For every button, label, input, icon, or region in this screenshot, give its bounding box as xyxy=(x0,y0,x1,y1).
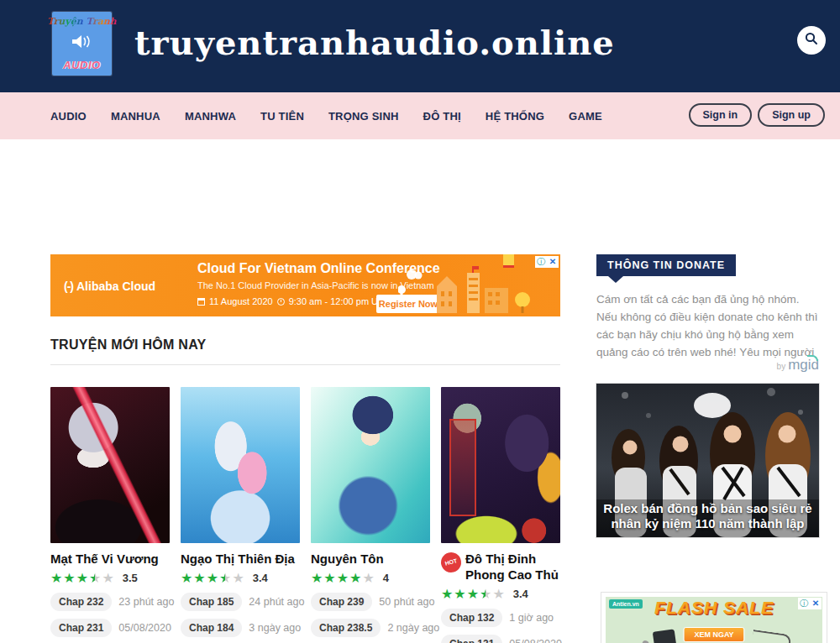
nav-item-do-thi[interactable]: ĐÔ THỊ xyxy=(423,110,461,123)
mgid-logo: mgid xyxy=(788,357,819,373)
star-icon: ★ xyxy=(467,587,480,601)
rating-row: ★★★★★ 3.5 xyxy=(50,572,170,585)
chapter-time: 24 phút ago xyxy=(249,596,304,608)
star-icon: ★ xyxy=(63,571,76,585)
chapter-time: 3 ngày ago xyxy=(249,622,301,634)
chapter-link[interactable]: Chap 184 xyxy=(181,619,242,637)
star-icon: ★ xyxy=(102,571,114,585)
chapter-link[interactable]: Chap 239 xyxy=(311,593,372,611)
nav-item-manhua[interactable]: MANHUA xyxy=(111,110,160,123)
star-icon: ★ xyxy=(480,587,492,601)
chapter-time: 1 giờ ago xyxy=(509,612,554,624)
site-title[interactable]: truyentranhaudio.online xyxy=(134,23,615,62)
rating-value: 3.4 xyxy=(513,588,528,600)
comic-card: HOT Đô Thị Đỉnh Phong Cao Thủ ★★★★★ 3.4 … xyxy=(441,387,560,643)
star-icon: ★ xyxy=(441,587,454,601)
adchoices: ⓘ ✕ xyxy=(535,256,559,268)
main-nav: AUDIO MANHUA MANHWA TU TIÊN TRỌNG SINH Đ… xyxy=(0,92,840,139)
chapter-link[interactable]: Chap 238.5 xyxy=(311,619,381,637)
xem-ngay-button[interactable]: XEM NGAY xyxy=(683,627,744,642)
star-icon: ★ xyxy=(311,571,323,585)
calendar-icon xyxy=(197,298,205,306)
flash-sale-ad[interactable]: Antien.vn FLASH SALE XEM NGAY ⓘ ✕ xyxy=(601,592,827,643)
cover-red-seal xyxy=(449,419,476,516)
chapter-row: Chap 184 3 ngày ago xyxy=(181,619,300,637)
star-rating: ★★★★★ xyxy=(441,588,506,601)
star-icon: ★ xyxy=(454,587,466,601)
star-rating: ★★★★★ xyxy=(50,572,115,585)
comic-cover-do-thi-dinh-phong-cao-thu[interactable] xyxy=(441,387,560,543)
comic-title[interactable]: Ngạo Thị Thiên Địa xyxy=(181,552,300,567)
sign-in-button[interactable]: Sign in xyxy=(689,103,753,127)
star-icon: ★ xyxy=(207,571,219,585)
lantern-icon xyxy=(503,254,514,268)
comic-card: Ngạo Thị Thiên Địa ★★★★★ 3.4 Chap 185 24… xyxy=(181,387,300,643)
nav-item-trong-sinh[interactable]: TRỌNG SINH xyxy=(328,110,399,123)
sign-up-button[interactable]: Sign up xyxy=(758,103,825,127)
rating-value: 3.5 xyxy=(123,572,138,584)
phone-graphic xyxy=(653,629,678,643)
nav-item-audio[interactable]: AUDIO xyxy=(50,110,87,123)
chapter-row: Chap 131 05/08/2020 xyxy=(441,635,560,643)
chapter-link[interactable]: Chap 131 xyxy=(441,635,502,643)
adchoices-info-icon[interactable]: ⓘ xyxy=(798,598,810,609)
auth-buttons: Sign in Sign up xyxy=(689,103,826,127)
mgid-by-label: by xyxy=(777,362,786,371)
chapter-link[interactable]: Chap 232 xyxy=(50,593,112,611)
comic-title[interactable]: Nguyên Tôn xyxy=(311,552,430,567)
comic-card: Mạt Thế Vi Vương ★★★★★ 3.5 Chap 232 23 p… xyxy=(50,387,170,643)
comic-cover-mat-the-vi-vuong[interactable] xyxy=(50,387,170,543)
star-icon: ★ xyxy=(362,571,375,585)
comic-title-text: Nguyên Tôn xyxy=(311,552,384,567)
chapter-time: 05/08/2020 xyxy=(118,622,171,634)
donate-ribbon-title: THÔNG TIN DONATE xyxy=(596,254,736,276)
star-icon: ★ xyxy=(181,571,193,585)
banner-ad[interactable]: (-)Alibaba Cloud Cloud For Vietnam Onlin… xyxy=(50,254,560,316)
native-ad-rolex[interactable]: Rolex bán đồng hồ bản sao siêu rẻ nhân k… xyxy=(596,384,819,537)
search-button[interactable] xyxy=(797,26,826,55)
comic-card-list: Mạt Thế Vi Vương ★★★★★ 3.5 Chap 232 23 p… xyxy=(50,387,560,643)
ad-close-icon[interactable]: ✕ xyxy=(547,256,559,268)
chapter-link[interactable]: Chap 185 xyxy=(181,593,242,611)
mgid-attribution[interactable]: bymgid xyxy=(596,357,819,374)
page: Truyện Tranh AUDIO truyentranhaudio.onli… xyxy=(0,0,840,643)
adchoices-info-icon[interactable]: ⓘ xyxy=(535,256,547,268)
nav-item-he-thong[interactable]: HỆ THỐNG xyxy=(486,110,544,123)
rating-value: 4 xyxy=(383,572,389,584)
star-icon: ★ xyxy=(232,571,244,585)
chapter-row: Chap 239 50 phút ago xyxy=(311,593,430,611)
advertiser-name: Alibaba Cloud xyxy=(76,280,155,293)
nav-item-game[interactable]: GAME xyxy=(569,110,602,123)
comic-title-text: Mạt Thế Vi Vương xyxy=(50,552,159,567)
hot-badge: HOT xyxy=(438,550,463,574)
header: Truyện Tranh AUDIO truyentranhaudio.onli… xyxy=(0,0,840,92)
star-rating: ★★★★★ xyxy=(181,572,245,585)
star-icon: ★ xyxy=(337,571,349,585)
comic-title[interactable]: Mạt Thế Vi Vương xyxy=(50,552,170,567)
nav-item-tu-tien[interactable]: TU TIÊN xyxy=(260,110,304,123)
advertiser-logo: (-)Alibaba Cloud xyxy=(64,280,155,293)
banner-ad-date: 11 August 2020 xyxy=(209,296,273,306)
chapter-time: 2 ngày ago xyxy=(387,622,439,634)
chapter-link[interactable]: Chap 231 xyxy=(50,619,112,637)
comic-title-text: Ngạo Thị Thiên Địa xyxy=(181,552,295,567)
star-icon: ★ xyxy=(349,571,362,585)
rating-value: 3.4 xyxy=(253,572,268,584)
chapter-row: Chap 132 1 giờ ago xyxy=(441,609,560,627)
nav-item-manhwa[interactable]: MANHWA xyxy=(185,110,236,123)
chapter-row: Chap 238.5 2 ngày ago xyxy=(311,619,430,637)
chapter-link[interactable]: Chap 132 xyxy=(441,609,502,627)
section-divider xyxy=(50,364,560,365)
comic-cover-nguyen-ton[interactable] xyxy=(311,387,430,543)
speaker-icon xyxy=(72,34,92,52)
chapter-row: Chap 231 05/08/2020 xyxy=(50,619,170,637)
rating-row: ★★★★★ 3.4 xyxy=(181,572,300,585)
comic-title-text: Đô Thị Đỉnh Phong Cao Thủ xyxy=(465,552,560,583)
comic-cover-ngao-thi-thien-dia[interactable] xyxy=(181,387,300,543)
ad-close-icon[interactable]: ✕ xyxy=(810,598,822,609)
comic-title[interactable]: HOT Đô Thị Đỉnh Phong Cao Thủ xyxy=(441,552,560,583)
site-logo[interactable]: Truyện Tranh AUDIO xyxy=(52,12,112,76)
flash-sale-inner: Antien.vn FLASH SALE XEM NGAY ⓘ ✕ xyxy=(606,597,822,643)
rating-row: ★★★★★ 4 xyxy=(311,572,430,585)
alibaba-cloud-icon: (-) xyxy=(64,280,73,293)
